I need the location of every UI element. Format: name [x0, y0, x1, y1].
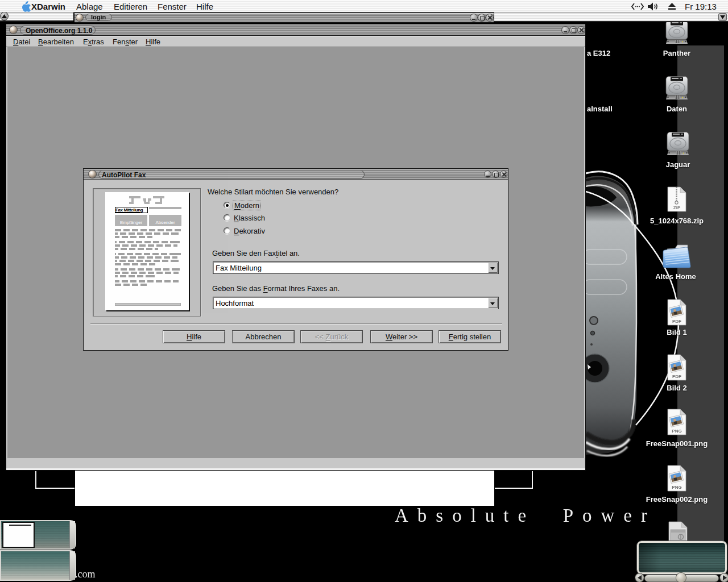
svg-text:PDF: PDF [672, 319, 681, 324]
svg-text:PNG: PNG [672, 485, 681, 490]
svg-text:PDF: PDF [672, 374, 681, 379]
svg-text:PNG: PNG [672, 429, 681, 434]
svg-text:ZIP: ZIP [673, 205, 681, 210]
